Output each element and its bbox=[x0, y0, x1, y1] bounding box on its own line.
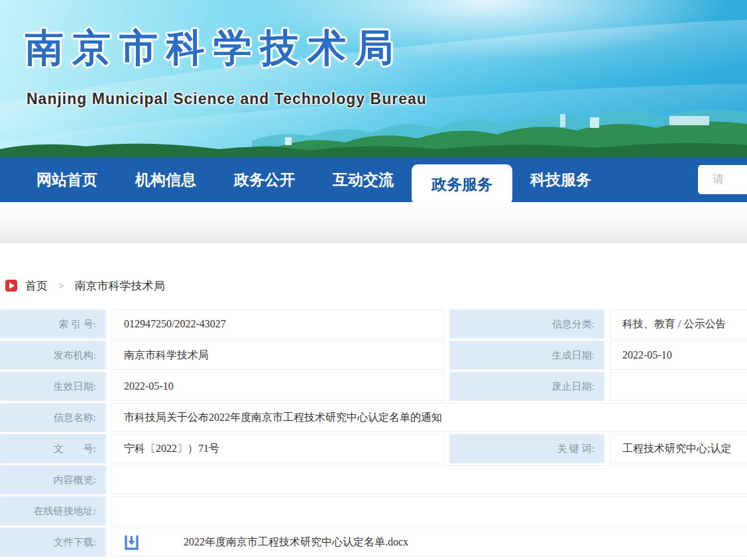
breadcrumb-play-icon bbox=[5, 280, 17, 292]
subnav-strip bbox=[0, 202, 747, 243]
download-file-link[interactable]: 2022年度南京市工程技术研究中心认定名单.docx bbox=[184, 535, 408, 549]
site-title-en: Nanjing Municipal Science and Technology… bbox=[27, 90, 427, 108]
nav-item-org-info[interactable]: 机构信息 bbox=[135, 170, 196, 190]
abolish-date-value bbox=[610, 372, 747, 401]
issuing-agency-label: 发布机构: bbox=[0, 341, 106, 370]
effective-date-label: 生效日期: bbox=[0, 372, 106, 401]
online-link-label: 在线链接地址: bbox=[0, 496, 106, 526]
nav-item-interaction[interactable]: 互动交流 bbox=[333, 170, 394, 190]
table-row: 索 引 号: 012947250/2022-43027 信息分类: 科技、教育 … bbox=[0, 309, 747, 339]
abolish-date-label: 废止日期: bbox=[449, 372, 604, 401]
nav-item-tech-services[interactable]: 科技服务 bbox=[530, 170, 591, 190]
table-row: 文件下载: 2022年度南京市工程技术研究中心认定名单.docx bbox=[0, 528, 747, 557]
breadcrumb: 首页 > 南京市科学技术局 bbox=[5, 278, 747, 294]
index-number-value: 012947250/2022-43027 bbox=[111, 309, 444, 339]
table-row: 文 号: 宁科〔2022〕）71号 关 键 词: 工程技术研究中心;认定 bbox=[0, 434, 747, 463]
keywords-value: 工程技术研究中心;认定 bbox=[610, 434, 747, 463]
document-number-label: 文 号: bbox=[0, 434, 106, 463]
nav-item-gov-disclosure[interactable]: 政务公开 bbox=[234, 170, 295, 190]
file-download-cell: 2022年度南京市工程技术研究中心认定名单.docx bbox=[111, 528, 747, 557]
keywords-label: 关 键 词: bbox=[449, 434, 604, 463]
breadcrumb-separator: > bbox=[58, 280, 64, 292]
online-link-value bbox=[111, 496, 747, 526]
breadcrumb-home-link[interactable]: 首页 bbox=[25, 278, 48, 294]
breadcrumb-current: 南京市科学技术局 bbox=[74, 278, 164, 294]
site-banner: 南京市科学技术局 Nanjing Municipal Science and T… bbox=[0, 0, 747, 157]
download-icon[interactable] bbox=[124, 533, 139, 551]
page: 南京市科学技术局 Nanjing Municipal Science and T… bbox=[0, 0, 747, 560]
nav-item-gov-services[interactable]: 政务服务 bbox=[412, 164, 512, 205]
index-number-label: 索 引 号: bbox=[0, 309, 106, 339]
nav-item-home[interactable]: 网站首页 bbox=[36, 170, 97, 190]
created-date-label: 生成日期: bbox=[449, 341, 604, 370]
search-input[interactable] bbox=[713, 165, 747, 194]
document-info-table: 索 引 号: 012947250/2022-43027 信息分类: 科技、教育 … bbox=[0, 309, 747, 557]
landscape-graphic bbox=[0, 78, 747, 157]
info-category-label: 信息分类: bbox=[449, 309, 604, 339]
content-summary-value bbox=[111, 465, 747, 494]
file-download-label: 文件下载: bbox=[0, 528, 106, 557]
issuing-agency-value: 南京市科学技术局 bbox=[111, 341, 444, 370]
table-row: 信息名称: 市科技局关于公布2022年度南京市工程技术研究中心认定名单的通知 bbox=[0, 403, 747, 432]
table-row: 发布机构: 南京市科学技术局 生成日期: 2022-05-10 bbox=[0, 341, 747, 370]
search-box[interactable] bbox=[698, 165, 747, 194]
created-date-value: 2022-05-10 bbox=[610, 341, 747, 370]
main-nav: 网站首页 机构信息 政务公开 互动交流 政务服务 科技服务 bbox=[0, 157, 747, 202]
table-row: 生效日期: 2022-05-10 废止日期: bbox=[0, 372, 747, 401]
info-name-label: 信息名称: bbox=[0, 403, 106, 432]
info-category-value: 科技、教育 / 公示公告 bbox=[610, 309, 747, 339]
effective-date-value: 2022-05-10 bbox=[111, 372, 444, 401]
info-name-value: 市科技局关于公布2022年度南京市工程技术研究中心认定名单的通知 bbox=[111, 403, 747, 432]
content-summary-label: 内容概览: bbox=[0, 465, 106, 494]
table-row: 在线链接地址: bbox=[0, 496, 747, 526]
document-number-value: 宁科〔2022〕）71号 bbox=[111, 434, 444, 463]
site-title-cn: 南京市科学技术局 bbox=[25, 23, 402, 74]
table-row: 内容概览: bbox=[0, 465, 747, 494]
